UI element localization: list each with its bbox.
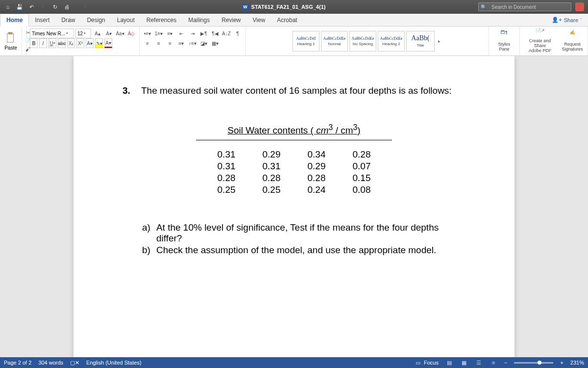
search-icon: 🔍 [481, 4, 487, 10]
tab-layout[interactable]: Layout [111, 14, 141, 26]
search-input[interactable]: 🔍▾ Search in Document [478, 2, 571, 11]
table-title: Soil Water contents ( cm3 / cm3) [122, 123, 466, 136]
align-right-icon[interactable]: ≡ [165, 38, 175, 48]
svg-rect-1 [8, 32, 12, 34]
save-icon[interactable]: 💾 [16, 3, 24, 11]
tab-review[interactable]: Review [216, 14, 246, 26]
style-title[interactable]: AaBb(Title [406, 31, 435, 52]
sort-icon[interactable]: A↓Z [221, 28, 231, 38]
italic-button[interactable]: I [39, 38, 47, 48]
change-case-icon[interactable]: Aa▾ [115, 28, 125, 38]
zoom-level[interactable]: 231% [570, 360, 584, 366]
tab-acrobat[interactable]: Acrobat [271, 14, 303, 26]
redo-icon[interactable]: ↻ [51, 3, 59, 11]
shrink-font-icon[interactable]: A▾ [104, 28, 114, 38]
create-share-pdf-button[interactable]: 📄↗ Create and Share Adobe PDF [523, 28, 557, 53]
font-size-select[interactable]: 12▾ [75, 28, 91, 38]
justify-icon[interactable]: ≡▾ [176, 38, 186, 48]
styles-more[interactable]: ▸ [436, 39, 442, 44]
style-heading1[interactable]: AaBbCcDdIHeading 1 [293, 31, 319, 52]
superscript-button[interactable]: X² [76, 38, 84, 48]
zoom-in-button[interactable]: + [560, 360, 563, 366]
style-nospacing[interactable]: AaBbCcDdEeNo Spacing [349, 31, 376, 52]
clear-format-icon[interactable]: A◇ [126, 28, 136, 38]
align-left-icon[interactable]: ≡ [143, 38, 152, 48]
ribbon: Paste ✂ 📄 🖌 Times New R...▾ 12▾ A▴ A▾ Aa… [0, 26, 588, 56]
font-name-select[interactable]: Times New R...▾ [30, 28, 74, 38]
tab-insert[interactable]: Insert [29, 14, 55, 26]
question-parts: a)At the 10% level of significance, Test… [122, 222, 466, 256]
page[interactable]: 3. The measured soil water content of 16… [74, 56, 514, 357]
subscript-button[interactable]: X₂ [67, 38, 75, 48]
show-marks-icon[interactable]: ¶ [233, 28, 243, 38]
table-rule [196, 140, 392, 140]
grow-font-icon[interactable]: A▴ [93, 28, 102, 38]
borders-icon[interactable]: ▦▾ [210, 38, 220, 48]
print-icon[interactable]: 🖨 [63, 3, 71, 11]
question-text: The measured soil water content of 16 sa… [141, 85, 466, 96]
draft-view-icon[interactable]: ≡ [490, 359, 497, 366]
statusbar: Page 2 of 2 304 words ▢✕ English (United… [0, 357, 588, 368]
qat-customize[interactable]: ▾ [81, 3, 89, 11]
data-table: 0.310.310.280.25 0.290.310.280.25 0.340.… [122, 149, 466, 195]
tab-draw[interactable]: Draw [55, 14, 81, 26]
chevron-up-icon: ˄ [580, 18, 582, 22]
paste-button[interactable]: Paste [3, 31, 19, 51]
multilevel-icon[interactable]: ≡▾ [165, 28, 175, 38]
decrease-indent-icon[interactable]: ⇤ [176, 28, 186, 38]
web-layout-view-icon[interactable]: ▦ [460, 359, 468, 366]
request-signatures-button[interactable]: ✍ Request Signatures [560, 28, 585, 53]
undo-icon[interactable]: ↶ [27, 3, 35, 11]
align-center-icon[interactable]: ≡ [154, 38, 164, 48]
tab-home[interactable]: Home [0, 14, 29, 26]
underline-button[interactable]: U▾ [49, 38, 56, 48]
bold-button[interactable]: B [30, 38, 38, 48]
bullets-icon[interactable]: •≡▾ [143, 28, 152, 38]
tab-design[interactable]: Design [81, 14, 111, 26]
svg-rect-0 [7, 33, 14, 42]
text-effects-button[interactable]: A▾ [86, 38, 94, 48]
font-color-button[interactable]: A▾ [104, 38, 112, 48]
word-app-icon: W [242, 3, 249, 10]
increase-indent-icon[interactable]: ⇥ [188, 28, 197, 38]
style-heading2[interactable]: AaBbCcDdEeHeading 2 [378, 31, 405, 52]
titlebar: ⌂ 💾 ↶ ▾ ↻ 🖨 ▾ W STAT612_FA21_01_ASG_4(1)… [0, 0, 588, 14]
tab-mailings[interactable]: Mailings [182, 14, 216, 26]
tab-references[interactable]: References [141, 14, 182, 26]
page-indicator[interactable]: Page 2 of 2 [4, 360, 31, 366]
shading-icon[interactable]: ◪▾ [199, 38, 209, 48]
outline-view-icon[interactable]: ☰ [475, 359, 483, 366]
styles-gallery: AaBbCcDdIHeading 1 AaBbCcDdEeNormal AaBb… [293, 31, 442, 52]
document-canvas[interactable]: 3. The measured soil water content of 16… [0, 56, 588, 357]
highlight-button[interactable]: ✎▾ [95, 38, 103, 48]
numbering-icon[interactable]: 1≡▾ [154, 28, 164, 38]
word-count[interactable]: 304 words [38, 360, 63, 366]
question-number: 3. [122, 85, 132, 96]
strikethrough-button[interactable]: abc [58, 38, 66, 48]
spellcheck-icon[interactable]: ▢✕ [70, 360, 79, 366]
styles-pane-button[interactable]: 🗔¶ Styles Pane [492, 28, 516, 53]
tab-view[interactable]: View [247, 14, 271, 26]
style-normal[interactable]: AaBbCcDdEeNormal [321, 31, 348, 52]
zoom-out-button[interactable]: − [504, 360, 507, 366]
zoom-slider[interactable] [514, 362, 553, 364]
language-indicator[interactable]: English (United States) [86, 360, 142, 366]
user-avatar[interactable] [575, 2, 584, 11]
share-button[interactable]: 👤+ Share ˄ [546, 14, 588, 26]
rtl-icon[interactable]: ¶◀ [210, 28, 220, 38]
ltr-icon[interactable]: ▶¶ [199, 28, 209, 38]
undo-dropdown[interactable]: ▾ [39, 3, 47, 11]
line-spacing-icon[interactable]: ↕≡▾ [188, 38, 197, 48]
focus-mode-button[interactable]: ▭Focus [414, 359, 439, 366]
search-placeholder: Search in Document [491, 4, 536, 10]
document-title: STAT612_FA21_01_ASG_4(1) [251, 4, 326, 10]
ribbon-tabs: Home Insert Draw Design Layout Reference… [0, 14, 588, 26]
share-icon: 👤+ [552, 17, 562, 23]
print-layout-view-icon[interactable]: ▤ [445, 359, 453, 366]
home-icon[interactable]: ⌂ [4, 3, 12, 11]
